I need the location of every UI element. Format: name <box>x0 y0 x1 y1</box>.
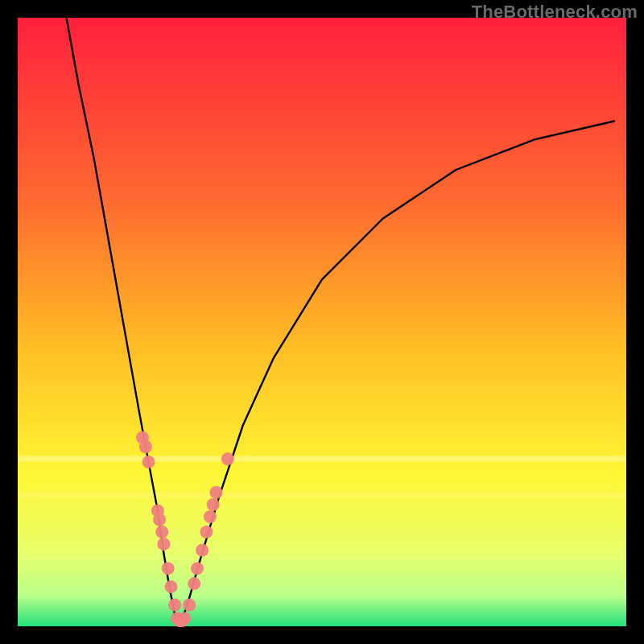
sample-point <box>157 538 170 551</box>
sample-point <box>221 452 234 465</box>
sample-point <box>207 498 220 511</box>
sample-point <box>153 514 166 526</box>
watermark-label: TheBottleneck.com <box>472 2 638 23</box>
sample-point <box>168 599 181 612</box>
sample-point <box>191 562 204 575</box>
sample-point <box>142 456 155 469</box>
bottleneck-chart <box>0 0 644 644</box>
sample-point <box>200 526 213 539</box>
sample-point <box>155 526 168 539</box>
sample-point <box>183 599 196 612</box>
sample-point <box>139 440 152 453</box>
sample-point <box>196 544 208 557</box>
sample-point <box>162 562 175 575</box>
sample-point <box>165 580 178 593</box>
sample-point <box>204 510 217 523</box>
sample-point <box>178 612 191 625</box>
svg-rect-1 <box>18 18 626 626</box>
sample-point <box>210 486 223 499</box>
sample-point <box>188 577 200 590</box>
svg-rect-3 <box>18 493 626 499</box>
svg-rect-2 <box>18 456 626 462</box>
chart-container: TheBottleneck.com <box>0 0 644 644</box>
